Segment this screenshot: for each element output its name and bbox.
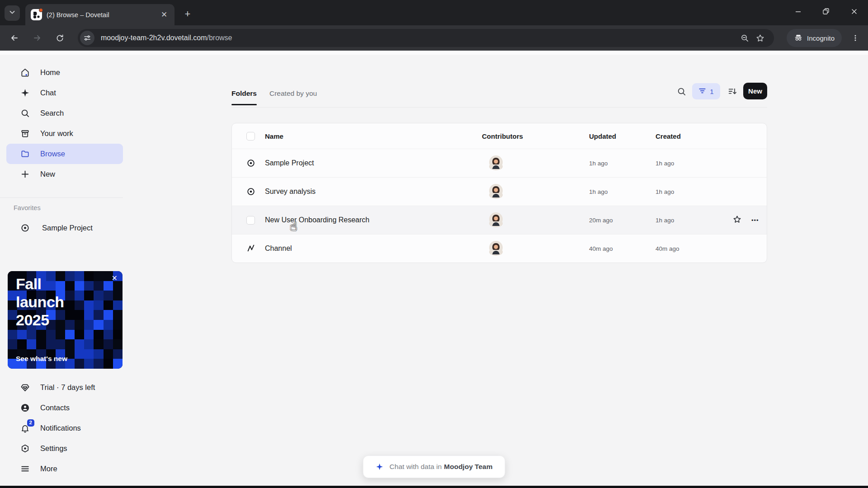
promo-cta[interactable]: See what's new bbox=[16, 355, 67, 363]
contact-person-icon bbox=[20, 403, 30, 413]
chevron-down-icon bbox=[9, 9, 15, 17]
row-name[interactable]: Sample Project bbox=[259, 159, 476, 167]
bell-icon: 2 bbox=[20, 423, 30, 433]
row-updated: 1h ago bbox=[585, 188, 650, 195]
address-bar[interactable]: moodjoy-team-2h2v.dovetail.com/browse bbox=[78, 29, 774, 47]
table-row[interactable]: Sample Project 1h ago 1h ago bbox=[232, 149, 767, 177]
project-target-icon bbox=[20, 223, 30, 233]
site-info-icon[interactable] bbox=[80, 31, 94, 45]
sidebar-item-trial[interactable]: Trial · 7 days left bbox=[6, 377, 123, 398]
window-restore-button[interactable] bbox=[812, 0, 840, 23]
sidebar-item-home[interactable]: Home bbox=[6, 62, 123, 83]
reload-button[interactable] bbox=[52, 31, 67, 45]
sidebar-item-more[interactable]: More bbox=[6, 459, 123, 479]
sidebar-item-label: More bbox=[40, 465, 57, 473]
filter-button[interactable]: 1 bbox=[692, 83, 720, 99]
row-updated: 40m ago bbox=[585, 245, 650, 252]
url-text[interactable]: moodjoy-team-2h2v.dovetail.com/browse bbox=[101, 34, 737, 42]
browser-menu-button[interactable] bbox=[849, 32, 862, 44]
sidebar-item-contacts[interactable]: Contacts bbox=[6, 398, 123, 418]
hamburger-icon bbox=[20, 464, 30, 474]
row-menu-icon[interactable]: ••• bbox=[751, 217, 759, 224]
table-row[interactable]: Channel 40m ago 40m ago bbox=[232, 234, 767, 263]
favorite-star-icon[interactable] bbox=[733, 215, 741, 225]
browser-toolbar: moodjoy-team-2h2v.dovetail.com/browse In… bbox=[0, 25, 868, 51]
promo-card-fall-launch[interactable]: Falllaunch2025 See what's new ✕ bbox=[8, 271, 123, 369]
row-created: 1h ago bbox=[650, 188, 725, 195]
sidebar-nav: Home Chat Search Your work Browse bbox=[0, 62, 131, 184]
table-search-button[interactable] bbox=[674, 84, 689, 99]
sort-icon bbox=[728, 87, 737, 96]
sidebar-item-label: Home bbox=[40, 68, 60, 77]
promo-title: Falllaunch2025 bbox=[16, 275, 64, 329]
sidebar-item-label: Settings bbox=[40, 444, 67, 453]
sidebar-item-your-work[interactable]: Your work bbox=[6, 123, 123, 144]
row-name[interactable]: Survey analysis bbox=[259, 188, 476, 196]
project-target-icon bbox=[246, 159, 255, 168]
mouse-cursor-hand: ☝ bbox=[290, 219, 297, 234]
plus-icon bbox=[20, 169, 30, 179]
sidebar-item-browse[interactable]: Browse bbox=[6, 144, 123, 164]
sort-button[interactable] bbox=[725, 84, 740, 99]
project-target-icon bbox=[246, 187, 255, 196]
sidebar-item-notifications[interactable]: 2 Notifications bbox=[6, 418, 123, 438]
column-header-name[interactable]: Name bbox=[259, 132, 476, 140]
contributor-avatar bbox=[489, 163, 503, 170]
column-header-updated[interactable]: Updated bbox=[585, 132, 650, 140]
tab-created-by-you[interactable]: Created by you bbox=[269, 89, 317, 98]
gear-icon bbox=[20, 444, 30, 453]
favorite-item-sample-project[interactable]: Sample Project bbox=[6, 218, 123, 238]
sidebar-item-label: Trial · 7 days left bbox=[40, 383, 95, 392]
folders-table: Name Contributors Updated Created Sample… bbox=[231, 123, 767, 263]
new-tab-button[interactable]: + bbox=[181, 7, 194, 21]
sidebar-item-new[interactable]: New bbox=[6, 164, 123, 184]
tab-folders[interactable]: Folders bbox=[231, 89, 257, 98]
row-created: 1h ago bbox=[650, 160, 725, 167]
bookmark-star-icon[interactable] bbox=[752, 30, 768, 46]
chat-with-data-toast[interactable]: Chat with data in Moodjoy Team bbox=[363, 455, 505, 478]
sidebar-footer: Trial · 7 days left Contacts 2 Notificat… bbox=[0, 377, 131, 479]
gem-icon bbox=[20, 383, 30, 392]
archive-box-icon bbox=[20, 129, 30, 138]
column-header-contributors[interactable]: Contributors bbox=[476, 132, 585, 140]
browser-tab[interactable]: (2) Browse – Dovetail ✕ bbox=[25, 4, 175, 25]
new-folder-button[interactable]: New bbox=[743, 83, 767, 99]
sidebar-item-settings[interactable]: Settings bbox=[6, 438, 123, 459]
favorites-heading: Favorites bbox=[14, 204, 41, 211]
select-all-checkbox[interactable] bbox=[246, 132, 255, 141]
sidebar-item-label: Contacts bbox=[40, 404, 70, 412]
search-icon bbox=[20, 108, 30, 118]
incognito-icon bbox=[794, 33, 803, 43]
channel-icon bbox=[246, 244, 255, 253]
toast-text: Chat with data in bbox=[390, 463, 442, 471]
window-minimize-button[interactable] bbox=[784, 0, 812, 23]
tab-search-button[interactable] bbox=[5, 5, 20, 21]
column-header-created[interactable]: Created bbox=[650, 132, 725, 140]
row-created: 40m ago bbox=[650, 245, 725, 252]
zoom-out-icon[interactable] bbox=[737, 30, 752, 46]
tab-title: (2) Browse – Dovetail bbox=[47, 11, 155, 19]
forward-button[interactable] bbox=[30, 31, 44, 45]
row-name[interactable]: Channel bbox=[259, 244, 476, 253]
folder-icon bbox=[20, 149, 30, 159]
toast-team-name: Moodjoy Team bbox=[444, 463, 492, 471]
browser-tab-strip: (2) Browse – Dovetail ✕ + bbox=[0, 0, 868, 25]
table-row-hovered[interactable]: New User Onboarding Research 20m ago 1h … bbox=[232, 206, 767, 234]
home-icon bbox=[20, 68, 30, 77]
row-created: 1h ago bbox=[650, 217, 725, 224]
tab-close-icon[interactable]: ✕ bbox=[159, 10, 169, 20]
sidebar-item-label: Search bbox=[40, 109, 64, 117]
table-header-row: Name Contributors Updated Created bbox=[232, 123, 767, 149]
incognito-label: Incognito bbox=[807, 34, 835, 42]
favorite-item-label: Sample Project bbox=[42, 224, 93, 232]
sidebar-item-search[interactable]: Search bbox=[6, 103, 123, 123]
promo-close-icon[interactable]: ✕ bbox=[112, 274, 118, 282]
back-button[interactable] bbox=[7, 31, 22, 45]
window-close-button[interactable] bbox=[840, 0, 868, 23]
sparkle-icon bbox=[20, 88, 30, 98]
table-row[interactable]: Survey analysis 1h ago 1h ago bbox=[232, 177, 767, 206]
sidebar-item-chat[interactable]: Chat bbox=[6, 83, 123, 103]
sparkle-icon bbox=[376, 463, 384, 471]
row-checkbox[interactable] bbox=[246, 216, 255, 225]
notifications-count-badge: 2 bbox=[27, 419, 34, 427]
